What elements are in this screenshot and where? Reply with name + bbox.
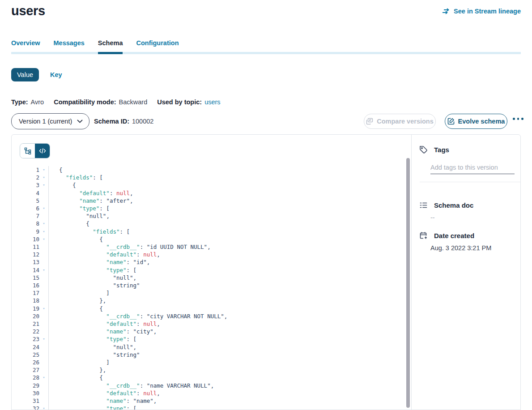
code-text: { xyxy=(48,374,103,381)
page-header: users See in Stream lineage xyxy=(11,4,521,18)
meta-used-by-topic: Used by topic: users xyxy=(157,98,220,106)
line-number: 8 xyxy=(24,220,39,227)
tab-overview[interactable]: Overview xyxy=(11,39,40,54)
fold-spacer xyxy=(39,366,48,374)
meta-topic-label: Used by topic: xyxy=(157,98,202,106)
ellipsis-dot xyxy=(513,118,515,120)
code-text: "default": null, xyxy=(48,320,160,328)
fold-toggle-icon[interactable]: ▾ xyxy=(39,405,48,410)
code-line: 19▾ { xyxy=(12,305,404,312)
code-view-icon xyxy=(39,148,46,154)
code-text: "default": null, xyxy=(48,251,160,258)
fold-toggle-icon[interactable]: ▾ xyxy=(39,266,48,274)
code-text: "name": "city", xyxy=(48,328,157,335)
line-number: 20 xyxy=(24,312,39,320)
code-line: 8▾ { xyxy=(12,220,404,227)
code-text: ] xyxy=(48,359,110,366)
line-number: 19 xyxy=(24,305,39,312)
fold-toggle-icon[interactable]: ▾ xyxy=(39,228,48,235)
meta-compatibility-label: Compatibility mode: xyxy=(54,98,116,106)
fold-spacer xyxy=(39,389,48,397)
schema-code-pane: 1▾{2▾ "fields": [3▾ {4 "default": null,5… xyxy=(12,135,411,410)
tags-section: Tags xyxy=(412,145,520,174)
fold-spacer xyxy=(39,289,48,297)
line-number: 22 xyxy=(24,328,39,335)
fold-spacer xyxy=(39,189,48,197)
tree-view-button[interactable] xyxy=(20,144,35,158)
vertical-scrollbar[interactable] xyxy=(406,158,410,408)
ellipsis-dot xyxy=(517,118,519,120)
ellipsis-dot xyxy=(521,118,523,120)
code-text: "fields": [ xyxy=(48,228,130,235)
code-line: 12 "default": null, xyxy=(12,251,404,258)
code-text: { xyxy=(48,181,76,189)
code-text: "name": "id", xyxy=(48,258,150,266)
version-select[interactable]: Version 1 (current) xyxy=(11,113,89,129)
key-toggle-button[interactable]: Key xyxy=(50,71,62,78)
code-line: 25 "string" xyxy=(12,351,404,359)
line-number: 7 xyxy=(24,212,39,220)
evolve-schema-icon xyxy=(447,118,455,125)
schema-meta-row: Type: Avro Compatibility mode: Backward … xyxy=(11,98,221,106)
compare-versions-button[interactable]: Compare versions xyxy=(364,114,436,129)
code-line: 17 ] xyxy=(12,289,404,297)
meta-compatibility-value: Backward xyxy=(119,98,148,106)
evolve-schema-button[interactable]: Evolve schema xyxy=(445,114,507,129)
fold-spacer xyxy=(39,197,48,205)
fold-toggle-icon[interactable]: ▾ xyxy=(39,335,48,343)
code-text: "null", xyxy=(48,343,136,351)
date-created-section: Date created Aug. 3 2022 3:21 PM xyxy=(412,231,520,252)
fold-spacer xyxy=(39,382,48,389)
more-actions-button[interactable] xyxy=(513,118,523,120)
schema-id: Schema ID: 100002 xyxy=(94,113,153,129)
fold-toggle-icon[interactable]: ▾ xyxy=(39,205,48,212)
tab-schema[interactable]: Schema xyxy=(98,39,123,54)
stream-lineage-icon xyxy=(442,8,450,15)
meta-type-value: Avro xyxy=(31,98,44,106)
tag-icon xyxy=(419,145,428,154)
topic-link[interactable]: users xyxy=(204,98,220,106)
code-line: 16 "string" xyxy=(12,282,404,289)
schema-doc-value: -- xyxy=(430,214,520,221)
add-tags-input[interactable] xyxy=(430,163,515,174)
value-toggle-button[interactable]: Value xyxy=(11,68,39,81)
code-text: ] xyxy=(48,289,110,297)
code-line: 32▾ "type": [ xyxy=(12,405,404,410)
code-text: "name": "name", xyxy=(48,397,157,405)
code-line: 20 "__crdb__": "city VARCHAR NOT NULL", xyxy=(12,312,404,320)
code-text: "fields": [ xyxy=(48,174,103,181)
fold-toggle-icon[interactable]: ▾ xyxy=(39,166,48,174)
date-created-heading: Date created xyxy=(434,232,474,239)
code-line: 2▾ "fields": [ xyxy=(12,174,404,181)
line-number: 25 xyxy=(24,351,39,359)
page-title: users xyxy=(11,4,45,18)
line-number: 24 xyxy=(24,343,39,351)
fold-toggle-icon[interactable]: ▾ xyxy=(39,235,48,243)
line-number: 31 xyxy=(24,397,39,405)
line-number: 15 xyxy=(24,274,39,282)
fold-toggle-icon[interactable]: ▾ xyxy=(39,220,48,227)
stream-lineage-link[interactable]: See in Stream lineage xyxy=(442,8,521,15)
fold-spacer xyxy=(39,351,48,359)
tags-heading: Tags xyxy=(434,146,449,154)
code-view-button[interactable] xyxy=(35,144,50,158)
stream-lineage-label: See in Stream lineage xyxy=(454,8,521,15)
tab-messages[interactable]: Messages xyxy=(54,39,85,54)
fold-toggle-icon[interactable]: ▾ xyxy=(39,305,48,312)
fold-spacer xyxy=(39,397,48,405)
fold-spacer xyxy=(39,258,48,266)
code-text: { xyxy=(48,305,103,312)
schema-id-label: Schema ID: xyxy=(94,113,129,129)
schema-id-value: 100002 xyxy=(132,113,153,129)
code-text: "type": [ xyxy=(48,405,136,410)
fold-spacer xyxy=(39,320,48,328)
fold-toggle-icon[interactable]: ▾ xyxy=(39,174,48,181)
tab-configuration[interactable]: Configuration xyxy=(136,39,179,54)
meta-type: Type: Avro xyxy=(11,98,44,106)
code-text: { xyxy=(48,166,63,174)
fold-toggle-icon[interactable]: ▾ xyxy=(39,374,48,381)
line-number: 30 xyxy=(24,389,39,397)
code-text: "type": [ xyxy=(48,335,136,343)
fold-toggle-icon[interactable]: ▾ xyxy=(39,181,48,189)
compare-versions-label: Compare versions xyxy=(377,118,434,125)
